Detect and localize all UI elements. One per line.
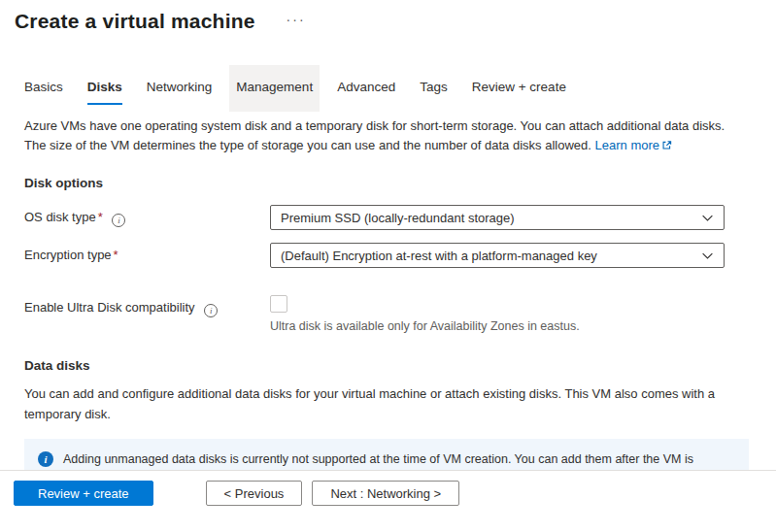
disk-options-heading: Disk options bbox=[24, 176, 749, 190]
chevron-down-icon bbox=[701, 249, 714, 262]
encryption-type-label: Encryption type* bbox=[24, 243, 270, 262]
tab-advanced[interactable]: Advanced bbox=[337, 72, 395, 105]
create-vm-disks-page: { "colors": { "accent": "#0078d4", "link… bbox=[0, 0, 776, 532]
ultra-disk-row: Enable Ultra Disk compatibility i Ultra … bbox=[24, 295, 749, 333]
intro-text: Azure VMs have one operating system disk… bbox=[24, 116, 749, 156]
tab-disks[interactable]: Disks bbox=[87, 72, 122, 105]
external-link-icon bbox=[661, 137, 672, 156]
review-create-button[interactable]: Review + create bbox=[14, 481, 153, 506]
os-disk-type-row: OS disk type* i Premium SSD (locally-red… bbox=[24, 205, 749, 230]
page-title: Create a virtual machine bbox=[15, 10, 255, 33]
footer-bar: Review + create < Previous Next : Networ… bbox=[0, 470, 776, 532]
encryption-type-row: Encryption type* (Default) Encryption at… bbox=[24, 243, 749, 268]
required-asterisk: * bbox=[114, 248, 118, 262]
learn-more-link[interactable]: Learn more bbox=[595, 138, 672, 152]
tab-bar: Basics Disks Networking Management Advan… bbox=[0, 72, 776, 105]
data-disks-heading: Data disks bbox=[24, 358, 749, 373]
chevron-down-icon bbox=[701, 212, 714, 224]
next-networking-button[interactable]: Next : Networking > bbox=[312, 481, 459, 506]
tab-tags[interactable]: Tags bbox=[420, 72, 448, 105]
ultra-disk-checkbox[interactable] bbox=[270, 295, 287, 313]
info-filled-icon: i bbox=[38, 451, 53, 467]
page-header: Create a virtual machine ··· bbox=[0, 0, 776, 33]
os-disk-type-value: Premium SSD (locally-redundant storage) bbox=[281, 211, 693, 225]
tab-basics[interactable]: Basics bbox=[24, 72, 63, 105]
more-options-icon[interactable]: ··· bbox=[287, 12, 306, 27]
ultra-disk-label: Enable Ultra Disk compatibility i bbox=[24, 295, 270, 317]
tab-management[interactable]: Management bbox=[236, 72, 313, 105]
os-disk-type-select[interactable]: Premium SSD (locally-redundant storage) bbox=[270, 205, 725, 230]
info-icon[interactable]: i bbox=[204, 304, 218, 317]
ultra-disk-helper-text: Ultra disk is available only for Availab… bbox=[270, 319, 749, 333]
previous-button[interactable]: < Previous bbox=[206, 481, 303, 506]
os-disk-type-label: OS disk type* i bbox=[24, 205, 270, 227]
info-icon[interactable]: i bbox=[112, 214, 125, 227]
ultra-disk-control: Ultra disk is available only for Availab… bbox=[270, 295, 749, 333]
data-disks-text: You can add and configure additional dat… bbox=[24, 384, 749, 425]
tab-content: Azure VMs have one operating system disk… bbox=[0, 116, 776, 502]
tab-networking[interactable]: Networking bbox=[147, 72, 213, 105]
encryption-type-select[interactable]: (Default) Encryption at-rest with a plat… bbox=[270, 243, 725, 268]
encryption-type-value: (Default) Encryption at-rest with a plat… bbox=[281, 249, 693, 263]
tab-review-create[interactable]: Review + create bbox=[472, 72, 566, 105]
required-asterisk: * bbox=[98, 210, 103, 224]
